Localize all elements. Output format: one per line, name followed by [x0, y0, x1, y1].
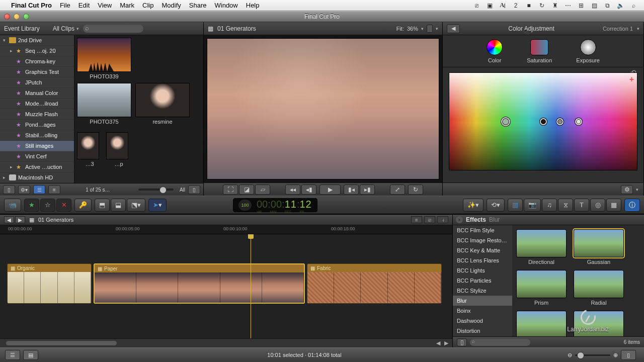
wifi-icon[interactable]: ⧉ [602, 2, 612, 9]
timeline-zoom-slider[interactable] [575, 354, 610, 356]
effects-category-item[interactable]: Boinx [453, 306, 512, 316]
generators-browser-button[interactable]: ◎ [590, 199, 605, 212]
play-button[interactable]: ▶ [319, 185, 341, 195]
effect-item[interactable] [574, 311, 624, 336]
display-icon[interactable]: ▤ [589, 2, 599, 9]
arrow-tool-button[interactable]: ➤ ▾ [148, 199, 167, 212]
fullscreen-button[interactable]: ⤢ [390, 185, 405, 195]
scrollbar-thumb[interactable] [6, 341, 117, 345]
back-button[interactable]: ◀ [447, 24, 460, 33]
loop-button[interactable]: ↻ [408, 185, 423, 195]
next-edit-button[interactable]: ▸▮ [360, 185, 375, 195]
timeline-index-button[interactable]: ☰ [5, 350, 20, 360]
exposure-tab[interactable]: Exposure [576, 39, 599, 63]
effects-view-button[interactable]: ▯ [457, 338, 467, 346]
photos-browser-button[interactable]: 📷 [524, 199, 541, 212]
effect-item[interactable] [516, 311, 567, 336]
viewer-switch[interactable] [427, 25, 433, 33]
effects-category-item[interactable]: BCC Key & Matte [453, 245, 512, 255]
timeline-snap-button[interactable]: ⫞ [437, 216, 448, 223]
tree-event[interactable]: ★Mode…ilroad [0, 99, 74, 109]
tree-event[interactable]: ★Chroma-key [0, 56, 74, 67]
keyword-button[interactable]: 🔑 [74, 199, 92, 212]
timeline-appearance-button[interactable]: ⎚ [424, 216, 435, 223]
saturation-tab[interactable]: Saturation [527, 39, 552, 63]
tree-event[interactable]: ▸★Seq …oj. 20 [0, 46, 74, 56]
clip-item[interactable]: PHOTO339 [77, 38, 131, 79]
effects-category-item[interactable]: BCC Stylize [453, 286, 512, 296]
app-menu[interactable]: Final Cut Pro [11, 2, 52, 9]
menu-window[interactable]: Window [215, 2, 238, 9]
global-puck[interactable] [501, 117, 510, 126]
effects-category-item[interactable]: BCC Image Resto… [453, 235, 512, 245]
clip-filter-dropdown[interactable]: All Clips▾ [53, 25, 79, 32]
effects-category-item[interactable]: Distortion [453, 326, 512, 336]
menu-share[interactable]: Share [189, 2, 207, 9]
view-mode-grid-button[interactable]: ☰ [33, 185, 45, 194]
tree-drive[interactable]: ▸Macintosh HD [0, 172, 74, 183]
music-browser-button[interactable]: ♫ [542, 199, 557, 212]
time-machine-icon[interactable]: ↻ [537, 2, 547, 9]
color-tab[interactable]: Color [487, 39, 503, 63]
midtones-puck[interactable] [556, 118, 564, 125]
clip-item[interactable]: …3 [77, 133, 102, 167]
library-search-input[interactable] [83, 25, 143, 33]
effects-category-item[interactable]: BCC Film Style [453, 225, 512, 235]
effects-category-item[interactable]: Dashwood [453, 316, 512, 326]
grid-icon[interactable]: ⊞ [576, 2, 586, 9]
transitions-browser-button[interactable]: ⧖ [558, 199, 573, 212]
playhead[interactable] [251, 234, 251, 338]
overflow-icon[interactable]: ⋯ [563, 2, 573, 9]
clip-height-button[interactable]: ▯ [621, 350, 636, 360]
timeline-tracks[interactable]: ▦Organic▦Paper▦Fabric [0, 234, 452, 338]
duration-toggle-button[interactable]: ▯ [188, 185, 200, 194]
menu-modify[interactable]: Modify [162, 2, 181, 9]
menu-help[interactable]: Help [246, 2, 260, 9]
inspector-toggle-button[interactable]: ⓘ [624, 199, 640, 212]
effects-search-input[interactable]: ⌕ [470, 339, 530, 346]
menu-view[interactable]: View [98, 2, 112, 9]
zoom-in-icon[interactable]: ⊕ [613, 352, 618, 358]
effects-category-item[interactable]: BCC Lens Flares [453, 255, 512, 265]
clip-item[interactable]: PHOTO375 [77, 83, 131, 125]
clip-appearance-button[interactable]: ▤ [23, 350, 38, 360]
correction-dropdown[interactable]: Correction 1 [603, 26, 633, 32]
effect-item[interactable]: Gaussian [574, 229, 624, 265]
tree-event[interactable]: ★Stabil…olling [0, 130, 74, 141]
timecode-display[interactable]: 100 00:00:11:12 HRMINSECFR [233, 198, 317, 212]
distort-button[interactable]: ▱ [255, 185, 270, 195]
retime-menu-button[interactable]: ⟲▾ [487, 199, 505, 212]
volume-icon[interactable]: 🔈 [615, 2, 625, 9]
themes-browser-button[interactable]: ▦ [606, 199, 621, 212]
minimize-window-button[interactable] [14, 14, 20, 20]
step-back-button[interactable]: ◂▮ [301, 185, 316, 195]
reject-button[interactable]: ✕ [56, 199, 71, 212]
timeline-history-back[interactable]: ◀ [4, 216, 14, 223]
close-panel-button[interactable]: × [456, 216, 463, 223]
highlights-puck[interactable] [575, 118, 582, 125]
effect-item[interactable]: Prism [516, 270, 567, 306]
unrate-button[interactable]: ☆ [40, 199, 55, 212]
import-button[interactable]: 📹 [4, 199, 21, 212]
add-puck-icon[interactable]: + [629, 75, 634, 84]
status-icon[interactable]: ⎚ [471, 2, 481, 9]
chevron-down-icon[interactable]: ▾ [421, 26, 424, 31]
scroll-left-icon[interactable]: ◀ [436, 340, 440, 346]
shadows-puck[interactable] [540, 118, 547, 125]
status-icon[interactable]: ▣ [485, 2, 495, 9]
settings-button[interactable]: ⚙▾ [18, 185, 30, 194]
timeline-clip[interactable]: ▦Paper [94, 263, 305, 304]
chevron-down-icon[interactable]: ▾ [637, 26, 639, 31]
zoom-window-button[interactable] [23, 14, 29, 20]
effect-item[interactable]: Directional [516, 229, 567, 265]
timeline-index-button[interactable]: ≡ [411, 216, 422, 223]
fit-percent[interactable]: 36% [407, 26, 418, 32]
thumbnail-size-slider[interactable] [138, 189, 174, 191]
tree-event[interactable]: ★Graphics Test [0, 67, 74, 77]
close-window-button[interactable] [4, 14, 10, 20]
filmstrip-toggle-button[interactable]: ▯ [3, 185, 15, 194]
clip-item[interactable]: resmine [136, 83, 189, 125]
tree-event-selected[interactable]: ★Still images [0, 141, 74, 151]
timeline-ruler[interactable]: 00:00:00:00 00:00:05:00 00:00:10:00 00:0… [0, 225, 452, 234]
timeline-clip[interactable]: ▦Fabric [307, 263, 442, 304]
